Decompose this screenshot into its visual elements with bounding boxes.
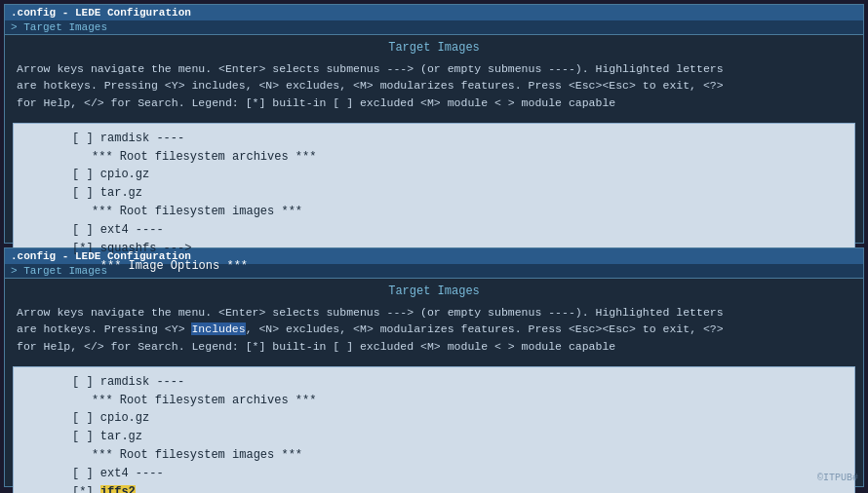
top-subtitle: > Target Images [5, 20, 863, 35]
top-panel: .config - LEDE Configuration > Target Im… [4, 4, 864, 244]
top-inner-title: Target Images [5, 35, 863, 57]
list-item: [ ] tar.gz [14, 428, 854, 446]
bottom-titlebar: .config - LEDE Configuration [5, 248, 863, 264]
list-item: *** Root filesystem images *** [14, 446, 854, 465]
list-item: *** Root filesystem images *** [14, 203, 854, 221]
top-titlebar: .config - LEDE Configuration [5, 5, 863, 20]
list-item: [ ] cpio.gz [14, 166, 854, 184]
includes-text: Includes [191, 322, 245, 335]
jffs2-label: jffs2 [100, 485, 136, 493]
list-item-jffs2[interactable]: [*] jffs2 [14, 483, 854, 493]
list-item: *** Root filesystem archives *** [14, 392, 854, 410]
list-item: [ ] tar.gz [14, 184, 854, 203]
list-item: [ ] ramdisk ---- [14, 130, 854, 148]
list-item: [ ] cpio.gz [14, 409, 854, 428]
bottom-help-text: Arrow keys navigate the menu. <Enter> se… [5, 300, 863, 362]
list-item: [ ] ext4 ---- [14, 221, 854, 240]
bottom-panel: .config - LEDE Configuration > Target Im… [4, 247, 864, 487]
watermark: ©ITPUB# [817, 473, 858, 483]
list-item: [ ] ramdisk ---- [14, 373, 854, 392]
top-help-text: Arrow keys navigate the menu. <Enter> se… [5, 57, 863, 119]
bottom-inner-title: Target Images [5, 279, 863, 300]
list-item: [ ] ext4 ---- [14, 465, 854, 483]
bottom-menu-area: [ ] ramdisk ---- *** Root filesystem arc… [13, 366, 855, 493]
list-item: *** Root filesystem archives *** [14, 148, 854, 167]
